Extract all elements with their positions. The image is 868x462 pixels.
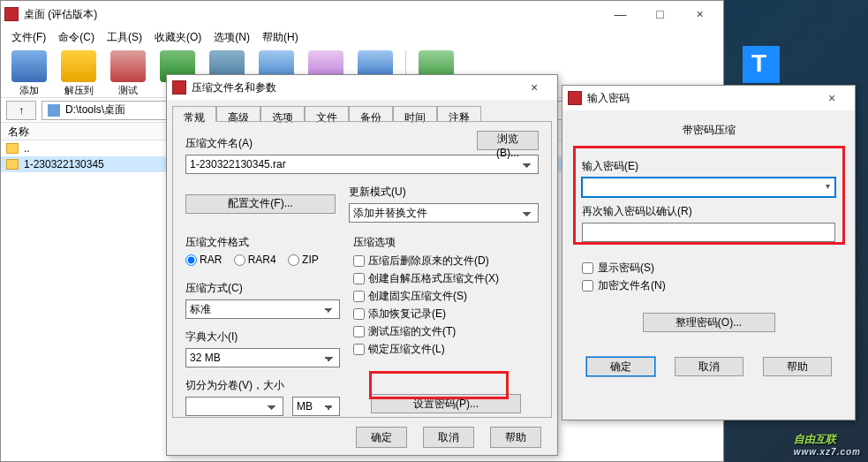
titlebar[interactable]: 桌面 (评估版本) — □ × [1,1,723,27]
confirm-password-label: 再次输入密码以确认(R) [582,204,835,219]
set-password-button[interactable]: 设置密码(P)... [371,394,521,413]
method-select[interactable]: 标准 [185,299,340,319]
radio-rar[interactable] [185,254,197,266]
tab-time[interactable]: 时间 [393,106,437,122]
archive-name-input[interactable]: 1-230322130345.rar [185,155,539,174]
add-icon [11,50,47,82]
radio-rar4[interactable] [234,254,245,266]
winrar-icon [172,80,186,95]
menu-tools[interactable]: 工具(S) [102,28,147,47]
tab-options[interactable]: 选项 [260,106,305,122]
dialog-title: 压缩文件名和参数 [192,80,517,95]
organize-passwords-button[interactable]: 整理密码(O)... [643,313,775,332]
extract-icon [61,50,96,82]
close-button[interactable]: × [517,80,552,95]
winrar-icon [4,7,19,21]
dialog-titlebar[interactable]: 压缩文件名和参数 × [167,75,557,100]
desktop-shortcut-icon[interactable] [743,46,780,83]
split-unit-select[interactable]: MB [292,397,340,416]
toolbar-add[interactable]: 添加 [6,50,52,97]
update-mode-select[interactable]: 添加并替换文件 [349,203,539,223]
menu-commands[interactable]: 命令(C) [53,28,100,47]
maximize-button[interactable]: □ [640,2,680,27]
path-text: D:\tools\桌面 [65,102,125,117]
password-label: 输入密码(E) [582,159,835,174]
folder-up-icon [6,143,19,154]
close-button[interactable]: × [680,2,720,27]
profiles-button[interactable]: 配置文件(F)... [185,194,336,214]
cancel-button[interactable]: 取消 [423,427,474,448]
tab-general[interactable]: 常规 [172,106,216,122]
format-rar4[interactable]: RAR4 [234,254,276,266]
tab-files[interactable]: 文件 [305,106,349,122]
dialog-button-row: 确定 取消 帮助 [340,418,557,457]
folder-icon [6,159,19,170]
toolbar-extract[interactable]: 解压到 [56,50,102,97]
test-icon [110,50,146,82]
encrypt-names-check[interactable]: 加密文件名(N) [582,278,835,293]
tab-comment[interactable]: 注释 [437,106,481,122]
split-size-select[interactable] [185,397,283,416]
minimize-button[interactable]: — [600,2,640,27]
confirm-password-input[interactable] [582,223,835,242]
tab-backup[interactable]: 备份 [349,106,393,122]
tab-strip: 常规 高级 选项 文件 备份 时间 注释 [167,100,557,121]
up-button[interactable]: ↑ [6,101,36,120]
drive-icon [48,104,60,117]
menu-file[interactable]: 文件(F) [6,28,51,47]
show-password-check[interactable]: 显示密码(S) [582,261,835,276]
window-title: 桌面 (评估版本) [24,7,600,22]
toolbar-test[interactable]: 测试 [105,50,151,97]
archive-params-dialog: 压缩文件名和参数 × 常规 高级 选项 文件 备份 时间 注释 浏览(B)...… [166,74,558,456]
update-mode-label: 更新模式(U) [349,185,539,200]
opt-lock[interactable]: 锁定压缩文件(L) [353,342,539,357]
opt-sfx[interactable]: 创建自解压格式压缩文件(X) [353,271,539,286]
menu-favorites[interactable]: 收藏夹(O) [149,28,207,47]
ok-button[interactable]: 确定 [356,427,407,448]
dialog-title: 输入密码 [587,91,814,106]
dialog-button-row: 确定 取消 帮助 [562,345,855,385]
cancel-button[interactable]: 取消 [675,357,743,376]
password-header: 带密码压缩 [578,123,839,138]
tab-page-general: 浏览(B)... 压缩文件名(A) 1-230322130345.rar 配置文… [172,121,552,418]
menu-options[interactable]: 选项(N) [208,28,255,47]
help-button[interactable]: 帮助 [763,357,832,376]
opt-recovery[interactable]: 添加恢复记录(E) [353,307,539,322]
radio-zip[interactable] [288,254,299,266]
ok-button[interactable]: 确定 [586,357,655,376]
menu-help[interactable]: 帮助(H) [257,28,304,47]
dict-select[interactable]: 32 MB [185,348,340,367]
opt-solid[interactable]: 创建固实压缩文件(S) [353,289,539,304]
tab-advanced[interactable]: 高级 [216,106,260,122]
menu-bar: 文件(F) 命令(C) 工具(S) 收藏夹(O) 选项(N) 帮助(H) [1,27,723,47]
format-zip[interactable]: ZIP [288,254,319,266]
opt-test[interactable]: 测试压缩的文件(T) [353,324,539,339]
winrar-icon [568,91,582,105]
split-label: 切分为分卷(V)，大小 [185,378,340,393]
dialog-titlebar[interactable]: 输入密码 × [562,86,855,110]
dropdown-icon[interactable]: ▾ [826,181,830,191]
password-dialog: 输入密码 × 带密码压缩 输入密码(E) ▾ 再次输入密码以确认(R) 显示密码… [562,85,856,420]
close-button[interactable]: × [814,91,849,105]
format-rar[interactable]: RAR [185,254,222,266]
dict-label: 字典大小(I) [185,329,340,345]
options-label: 压缩选项 [353,235,539,250]
help-button[interactable]: 帮助 [490,427,541,448]
password-input[interactable] [582,178,835,197]
format-label: 压缩文件格式 [185,235,340,250]
browse-button[interactable]: 浏览(B)... [477,131,539,150]
method-label: 压缩方式(C) [185,281,340,296]
watermark: 自由互联 www.xz7.com [794,430,861,457]
opt-delete-after[interactable]: 压缩后删除原来的文件(D) [353,254,539,269]
